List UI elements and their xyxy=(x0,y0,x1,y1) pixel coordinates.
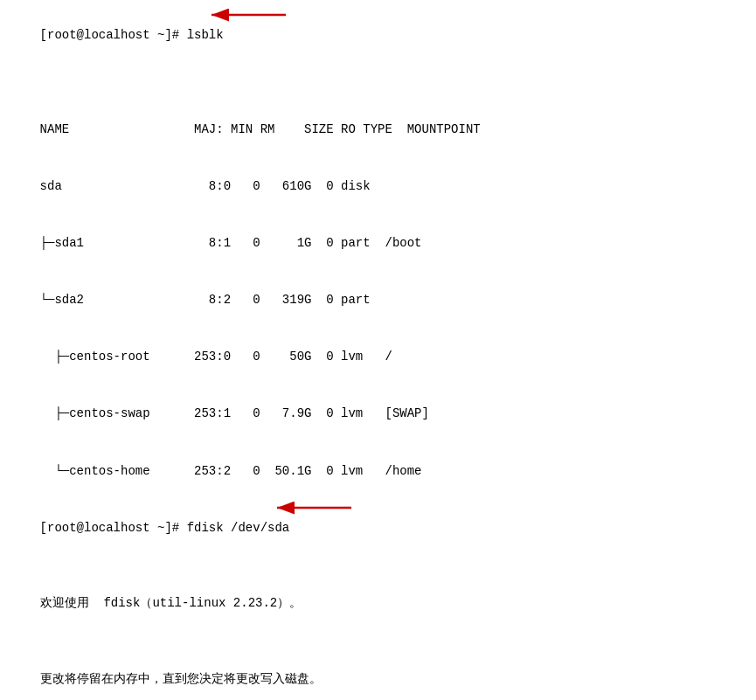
line-sda2: └─sda2 8:2 0 319G 0 part xyxy=(10,273,746,329)
line-prompt1: [root@localhost ~]# lsblk xyxy=(10,7,746,101)
line-centos-home: └─centos-home 253:2 0 50.1G 0 lvm /home xyxy=(10,443,746,500)
arrow-lsblk-icon xyxy=(203,3,290,26)
terminal: [root@localhost ~]# lsblk NAME MAJ: MIN … xyxy=(0,0,756,700)
line-prompt2: [root@localhost ~]# fdisk /dev/sda xyxy=(10,500,746,576)
line-welcome: 欢迎使用 fdisk（util-linux 2.23.2）。 xyxy=(10,576,746,633)
line-lsblk-header: NAME MAJ: MIN RM SIZE RO TYPE MOUNTPOINT xyxy=(10,101,746,158)
line-centos-swap: ├─centos-swap 253:1 0 7.9G 0 lvm [SWAP] xyxy=(10,386,746,443)
line-blank1 xyxy=(10,633,746,652)
line-sda1: ├─sda1 8:1 0 1G 0 part /boot xyxy=(10,216,746,273)
line-info1: 更改将停留在内存中，直到您决定将更改写入磁盘。 xyxy=(10,651,746,700)
line-sda: sda 8:0 0 610G 0 disk xyxy=(10,159,746,216)
line-centos-root: ├─centos-root 253:0 0 50G 0 lvm / xyxy=(10,329,746,386)
arrow-fdisk-icon xyxy=(268,496,356,519)
